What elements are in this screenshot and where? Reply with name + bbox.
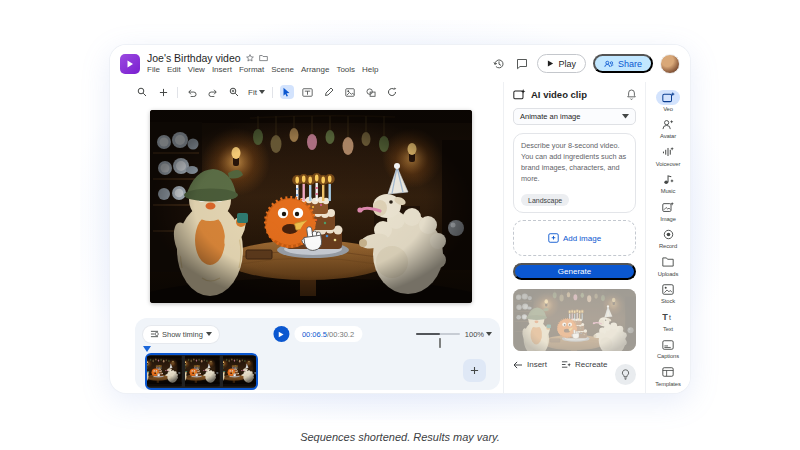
app-header: Joe's Birthday video File Edit View Inse… bbox=[110, 45, 690, 82]
timeline-track bbox=[143, 348, 492, 392]
lightbulb-icon bbox=[621, 369, 630, 380]
panel-title: AI video clip bbox=[531, 89, 587, 100]
redo-icon[interactable] bbox=[206, 85, 220, 99]
menu-insert[interactable]: Insert bbox=[212, 66, 232, 74]
move-folder-icon[interactable] bbox=[259, 54, 268, 62]
menu-arrange[interactable]: Arrange bbox=[301, 66, 329, 74]
ai-video-clip-panel: AI video clip Animate an image Describe … bbox=[503, 82, 645, 393]
rail-item-uploads[interactable]: Uploads bbox=[647, 252, 689, 280]
rail-item-text[interactable]: Tt Text bbox=[647, 307, 689, 335]
image-tool-icon[interactable] bbox=[343, 85, 357, 99]
rail-item-captions[interactable]: Captions bbox=[647, 335, 689, 363]
folder-icon bbox=[662, 257, 674, 267]
mode-selector-dropdown[interactable]: Animate an image bbox=[513, 108, 636, 125]
app-window: Joe's Birthday video File Edit View Inse… bbox=[110, 45, 690, 393]
music-icon bbox=[663, 174, 674, 185]
total-time: 00:30.2 bbox=[329, 330, 354, 339]
share-button[interactable]: Share bbox=[593, 54, 653, 73]
star-icon[interactable] bbox=[246, 54, 254, 62]
comment-icon[interactable] bbox=[514, 56, 530, 72]
playhead-marker[interactable] bbox=[143, 346, 151, 352]
editor-main: Fit bbox=[110, 82, 503, 393]
menu-format[interactable]: Format bbox=[239, 66, 264, 74]
shapes-tool-icon[interactable] bbox=[364, 85, 378, 99]
version-history-icon[interactable] bbox=[491, 56, 507, 72]
svg-text:t: t bbox=[668, 314, 670, 321]
text-box-icon[interactable] bbox=[301, 85, 315, 99]
menu-scene[interactable]: Scene bbox=[271, 66, 294, 74]
current-time: 00:06.5 bbox=[302, 330, 327, 339]
time-display: 00:06.5 / 00:30.2 bbox=[294, 326, 362, 342]
rail-item-voiceover[interactable]: Voiceover bbox=[647, 142, 689, 170]
timeline-zoom-slider[interactable] bbox=[416, 329, 460, 339]
chevron-down-icon bbox=[259, 90, 265, 94]
chevron-down-icon bbox=[622, 114, 629, 119]
menu-view[interactable]: View bbox=[188, 66, 205, 74]
prompt-input[interactable]: Describe your 8-second video. You can ad… bbox=[513, 133, 636, 213]
menu-tools[interactable]: Tools bbox=[336, 66, 355, 74]
select-tool-icon[interactable] bbox=[280, 85, 294, 99]
aspect-ratio-chip[interactable]: Landscape bbox=[521, 194, 569, 206]
recreate-button[interactable]: Recreate bbox=[561, 360, 607, 369]
playback-bar: Show timing 00:06.5 / 00:30.2 bbox=[135, 318, 500, 390]
captions-icon bbox=[662, 340, 674, 350]
add-icon[interactable] bbox=[156, 85, 170, 99]
user-avatar[interactable] bbox=[660, 54, 680, 74]
undo-icon[interactable] bbox=[185, 85, 199, 99]
svg-text:T: T bbox=[662, 312, 668, 322]
scene-canvas bbox=[135, 102, 500, 318]
screenshot-root: Joe's Birthday video File Edit View Inse… bbox=[0, 0, 800, 450]
search-menus-icon[interactable] bbox=[135, 85, 149, 99]
menu-help[interactable]: Help bbox=[362, 66, 378, 74]
record-icon bbox=[663, 229, 674, 240]
play-button[interactable]: Play bbox=[537, 54, 586, 73]
chevron-down-icon bbox=[206, 332, 212, 336]
menu-file[interactable]: File bbox=[147, 66, 160, 74]
tips-button[interactable] bbox=[615, 364, 636, 385]
scene-clip-thumbnail[interactable] bbox=[145, 353, 258, 390]
puppets-birthday-scene bbox=[150, 110, 472, 303]
stock-icon bbox=[662, 284, 674, 295]
rail-item-image[interactable]: Image bbox=[647, 197, 689, 225]
zoom-in-icon[interactable] bbox=[227, 85, 241, 99]
ai-clip-icon bbox=[513, 89, 526, 100]
rail-item-avatar[interactable]: Avatar bbox=[647, 115, 689, 143]
menu-bar: File Edit View Insert Format Scene Arran… bbox=[147, 66, 379, 74]
arrow-left-icon bbox=[513, 361, 523, 369]
add-scene-button[interactable] bbox=[463, 359, 486, 382]
plus-icon bbox=[470, 366, 479, 375]
zoom-level-dropdown[interactable]: 100% bbox=[465, 330, 492, 339]
zoom-fit-dropdown[interactable]: Fit bbox=[248, 88, 265, 97]
voiceover-icon bbox=[662, 147, 674, 157]
rotate-tool-icon[interactable] bbox=[385, 85, 399, 99]
image-ai-icon bbox=[662, 202, 674, 213]
generated-result-thumbnail[interactable] bbox=[513, 289, 636, 351]
document-title[interactable]: Joe's Birthday video bbox=[147, 53, 241, 64]
add-image-button[interactable]: Add image bbox=[513, 220, 636, 256]
vids-logo-icon[interactable] bbox=[120, 54, 140, 74]
rail-item-templates[interactable]: Templates bbox=[647, 362, 689, 390]
rail-item-stock[interactable]: Stock bbox=[647, 280, 689, 308]
add-image-icon bbox=[548, 233, 559, 243]
menu-edit[interactable]: Edit bbox=[167, 66, 181, 74]
play-triangle-icon bbox=[277, 331, 284, 338]
generate-button[interactable]: Generate bbox=[513, 263, 636, 280]
timeline-play-button[interactable] bbox=[273, 326, 289, 342]
veo-icon bbox=[662, 92, 675, 103]
people-icon bbox=[604, 60, 614, 68]
toolbar: Fit bbox=[135, 82, 500, 102]
rail-item-record[interactable]: Record bbox=[647, 225, 689, 253]
insert-button[interactable]: Insert bbox=[513, 360, 547, 369]
prompt-placeholder-text: Describe your 8-second video. You can ad… bbox=[521, 141, 628, 185]
avatar-icon bbox=[662, 119, 674, 130]
video-preview[interactable] bbox=[150, 110, 472, 303]
show-timing-dropdown[interactable]: Show timing bbox=[143, 326, 219, 343]
play-triangle-icon bbox=[547, 60, 554, 67]
timing-icon bbox=[150, 330, 159, 338]
notifications-bell-icon[interactable] bbox=[627, 89, 636, 100]
rail-item-veo[interactable]: Veo bbox=[647, 87, 689, 115]
pen-tool-icon[interactable] bbox=[322, 85, 336, 99]
text-icon: Tt bbox=[662, 312, 675, 322]
chevron-down-icon bbox=[486, 332, 492, 336]
rail-item-music[interactable]: Music bbox=[647, 170, 689, 198]
